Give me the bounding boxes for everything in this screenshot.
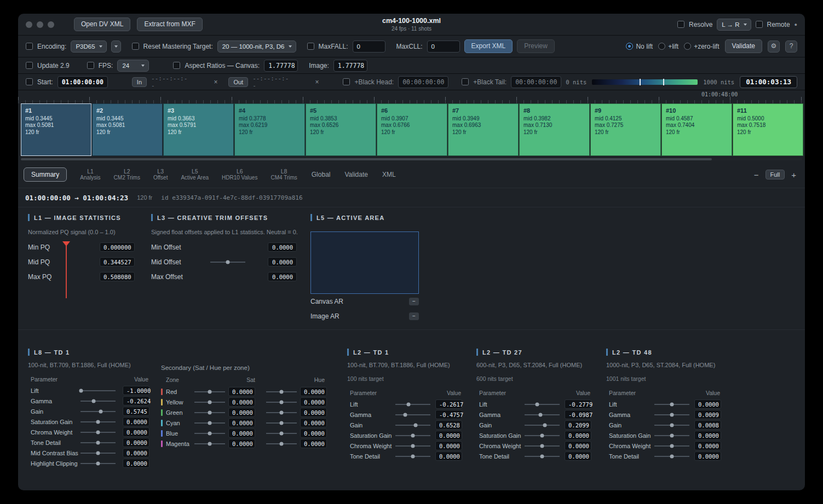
zone-sat-slider[interactable]: [194, 388, 225, 395]
trim-value[interactable]: -0.2624: [123, 396, 149, 405]
slider-handle[interactable]: [670, 413, 674, 416]
tab-summary[interactable]: Summary: [24, 167, 67, 182]
trim-slider[interactable]: [395, 432, 430, 439]
aspect-ratios-checkbox[interactable]: [173, 62, 180, 69]
zone-hue-value[interactable]: 0.0000: [300, 397, 327, 407]
slider-handle[interactable]: [538, 413, 542, 416]
clear-out-button[interactable]: ×: [315, 78, 319, 86]
slider-handle[interactable]: [280, 390, 284, 393]
slider-handle[interactable]: [96, 461, 100, 465]
zone-hue-slider[interactable]: [266, 419, 297, 426]
start-checkbox[interactable]: [26, 78, 33, 85]
black-head-checkbox[interactable]: [343, 78, 350, 85]
tab-item[interactable]: XML: [382, 171, 396, 178]
slider-handle[interactable]: [280, 410, 284, 414]
offset-value[interactable]: 0.0000: [268, 242, 297, 252]
slider-handle[interactable]: [670, 433, 674, 437]
zone-hue-value[interactable]: 0.0000: [300, 418, 327, 427]
tab-level[interactable]: L3 Offset: [153, 168, 168, 181]
zone-hue-value[interactable]: 0.0000: [300, 439, 327, 448]
extract-from-mxf-button[interactable]: Extract from MXF: [137, 18, 202, 31]
zone-sat-value[interactable]: 0.0000: [228, 439, 255, 448]
trim-slider[interactable]: [654, 401, 689, 408]
slider-handle[interactable]: [411, 454, 415, 458]
trim-value[interactable]: 0.5745: [123, 407, 149, 416]
zone-hue-value[interactable]: 0.0000: [300, 387, 327, 396]
slider-handle[interactable]: [208, 410, 212, 414]
slider-handle[interactable]: [536, 402, 539, 406]
zoom-out-button[interactable]: −: [754, 171, 759, 179]
trim-value[interactable]: 0.0000: [694, 399, 721, 409]
slider-handle[interactable]: [96, 451, 100, 455]
zone-sat-slider[interactable]: [194, 430, 225, 437]
trim-slider[interactable]: [654, 442, 689, 449]
zone-sat-slider[interactable]: [194, 398, 225, 405]
lift-mode-radio[interactable]: +lift: [658, 43, 678, 50]
canvas-ar-button[interactable]: −: [409, 298, 419, 305]
tab-level[interactable]: L8 CM4 Trims: [271, 168, 297, 181]
slider-handle[interactable]: [280, 431, 284, 435]
zone-sat-value[interactable]: 0.0000: [228, 418, 255, 427]
trim-slider[interactable]: [80, 387, 116, 394]
trim-value[interactable]: 0.0000: [435, 441, 462, 450]
offset-value[interactable]: 0.0000: [268, 272, 297, 281]
trim-value[interactable]: 0.0000: [123, 417, 149, 426]
zone-sat-slider[interactable]: [194, 419, 225, 426]
trim-value[interactable]: 0.0000: [123, 448, 149, 457]
zoom-in-button[interactable]: +: [791, 171, 796, 179]
timeline-shot[interactable]: #9 mid 0.4125 max 0.7275 120 fr: [590, 103, 661, 156]
zone-sat-value[interactable]: 0.0000: [228, 397, 255, 407]
slider-handle[interactable]: [403, 413, 407, 416]
slider-handle[interactable]: [670, 444, 674, 448]
trim-value[interactable]: 0.0000: [435, 451, 462, 461]
slider-handle[interactable]: [280, 421, 284, 425]
zone-sat-slider[interactable]: [194, 440, 225, 447]
tab-item[interactable]: Validate: [344, 171, 367, 178]
slider-handle[interactable]: [226, 260, 230, 264]
maxfall-input[interactable]: 0: [353, 40, 385, 53]
trim-value[interactable]: 0.0000: [123, 427, 149, 437]
offset-slider[interactable]: [210, 258, 245, 265]
encoding-select[interactable]: P3D65: [71, 40, 106, 53]
slider-handle[interactable]: [540, 444, 544, 448]
tab-item[interactable]: Global: [312, 171, 331, 178]
zone-hue-slider[interactable]: [266, 440, 297, 447]
direction-select[interactable]: L → R: [717, 19, 751, 31]
zone-sat-value[interactable]: 0.0000: [228, 408, 255, 417]
trim-slider[interactable]: [525, 411, 560, 418]
trim-value[interactable]: 0.0000: [123, 459, 149, 468]
zone-hue-slider[interactable]: [266, 430, 297, 437]
trim-slider[interactable]: [80, 460, 116, 467]
image-ar-button[interactable]: −: [409, 312, 419, 320]
trim-value[interactable]: 0.0000: [565, 431, 591, 440]
zone-hue-slider[interactable]: [266, 388, 297, 395]
export-xml-button[interactable]: Export XML: [464, 39, 513, 53]
zone-hue-value[interactable]: 0.0000: [300, 428, 327, 438]
trim-slider[interactable]: [395, 421, 430, 428]
trim-value[interactable]: 0.0008: [694, 420, 721, 430]
encoding-checkbox[interactable]: [26, 43, 33, 50]
slider-handle[interactable]: [540, 454, 544, 458]
trim-slider[interactable]: [395, 411, 430, 418]
trim-slider[interactable]: [525, 453, 560, 460]
preview-button[interactable]: Preview: [517, 39, 555, 53]
timeline-shot[interactable]: #5 mid 0.3853 max 0.6526 120 fr: [306, 103, 376, 156]
trim-slider[interactable]: [525, 421, 560, 428]
trim-value[interactable]: -0.4757: [435, 410, 462, 419]
slider-handle[interactable]: [280, 400, 284, 404]
in-point-button[interactable]: In: [132, 77, 147, 87]
trim-value[interactable]: 0.2099: [565, 420, 591, 430]
reset-mastering-checkbox[interactable]: [132, 43, 139, 50]
canvas-ar-input[interactable]: 1.77778: [264, 60, 298, 72]
slider-handle[interactable]: [540, 433, 544, 437]
trim-slider[interactable]: [80, 439, 116, 446]
zone-sat-slider[interactable]: [194, 409, 225, 416]
slider-handle[interactable]: [411, 444, 415, 448]
trim-slider[interactable]: [80, 449, 116, 456]
open-dv-xml-button[interactable]: Open DV XML: [74, 18, 130, 31]
slider-handle[interactable]: [670, 423, 674, 427]
tab-level[interactable]: L1 Analysis: [80, 168, 100, 181]
lift-mode-radio[interactable]: No lift: [626, 43, 653, 50]
slider-handle[interactable]: [99, 409, 103, 413]
zone-hue-value[interactable]: 0.0000: [300, 408, 327, 417]
